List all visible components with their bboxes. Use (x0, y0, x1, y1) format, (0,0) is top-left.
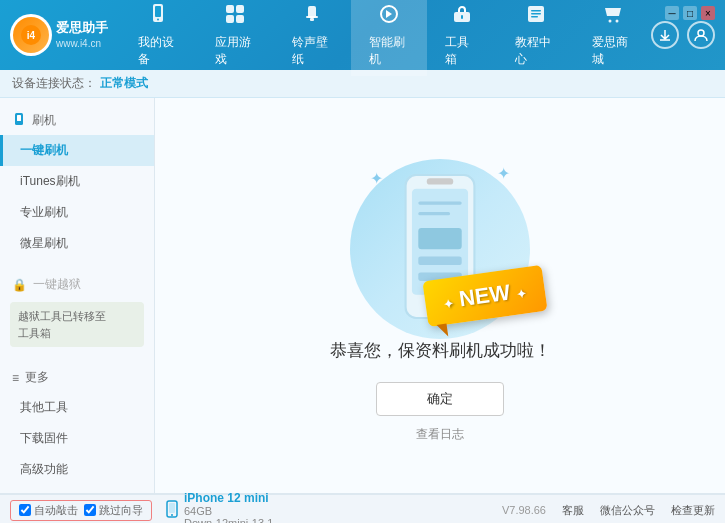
flash-section-label: 刷机 (32, 112, 56, 129)
bottom-left: 自动敲击 跳过向导 iPhone 12 mini 64GB Do (10, 491, 496, 523)
svg-point-21 (698, 30, 704, 36)
close-button[interactable]: × (701, 6, 715, 20)
confirm-button[interactable]: 确定 (376, 382, 504, 416)
sparkle-1: ✦ (370, 169, 383, 188)
svg-text:i4: i4 (27, 30, 36, 41)
nav-my-device-label: 我的设备 (138, 34, 179, 68)
svg-rect-10 (306, 16, 318, 18)
svg-point-19 (608, 19, 611, 22)
nav-my-device[interactable]: 我的设备 (120, 0, 197, 76)
sidebar-jailbreak-section: 🔒 一键越狱 (0, 271, 154, 298)
nav-apps-icon (224, 3, 246, 30)
svg-rect-14 (461, 15, 463, 19)
success-illustration: ✦ ✦ ✦ (340, 149, 540, 339)
bottom-right: V7.98.66 客服 微信公众号 检查更新 (502, 503, 715, 518)
svg-rect-17 (531, 13, 541, 15)
svg-rect-5 (226, 5, 234, 13)
header: i4 爱思助手 www.i4.cn 我的设备 应用游戏 (0, 0, 725, 70)
nav-ringtones-label: 铃声壁纸 (292, 34, 333, 68)
header-right (651, 21, 715, 49)
svg-rect-34 (169, 503, 175, 513)
wechat-public-link[interactable]: 微信公众号 (600, 503, 655, 518)
nav-tutorial-icon (525, 3, 547, 30)
svg-rect-11 (310, 18, 314, 21)
bottom-section: 自动敲击 跳过向导 iPhone 12 mini 64GB Do (0, 493, 725, 523)
svg-rect-23 (17, 115, 21, 121)
nav-toolbox-icon (451, 3, 473, 30)
nav-ringtones[interactable]: 铃声壁纸 (274, 0, 351, 76)
logo-text: 爱思助手 www.i4.cn (56, 20, 108, 50)
version-text: V7.98.66 (502, 504, 546, 516)
svg-rect-8 (236, 15, 244, 23)
svg-point-20 (615, 19, 618, 22)
check-update-link[interactable]: 检查更新 (671, 503, 715, 518)
sidebar-item-one-click-flash[interactable]: 一键刷机 (0, 135, 154, 166)
svg-rect-16 (531, 10, 541, 12)
svg-rect-3 (155, 6, 161, 17)
logo-icon: i4 (13, 17, 49, 53)
nav-ringtones-icon (301, 3, 323, 30)
success-text: 恭喜您，保资料刷机成功啦！ (330, 339, 551, 362)
checkbox-group: 自动敲击 跳过向导 (10, 500, 152, 521)
nav-apps-label: 应用游戏 (215, 34, 256, 68)
jailbreak-notice: 越狱工具已转移至工具箱 (10, 302, 144, 347)
checkbox-auto-click[interactable]: 自动敲击 (19, 503, 78, 518)
content-area: ✦ ✦ ✦ (155, 98, 725, 493)
nav-store[interactable]: 爱思商城 (574, 0, 651, 76)
nav-toolbox[interactable]: 工具箱 (427, 0, 497, 76)
nav-items: 我的设备 应用游戏 铃声壁纸 智能刷机 (120, 0, 651, 76)
nav-tutorial[interactable]: 教程中心 (497, 0, 574, 76)
sidebar-item-other-tools[interactable]: 其他工具 (0, 392, 154, 423)
more-section-label: 更多 (25, 369, 49, 386)
skip-guide-label: 跳过向导 (99, 503, 143, 518)
more-section-icon: ≡ (12, 371, 19, 385)
device-details: iPhone 12 mini 64GB Down-12mini-13,1 (184, 491, 273, 523)
nav-smart-flash[interactable]: 智能刷机 (351, 0, 428, 76)
device-info: iPhone 12 mini 64GB Down-12mini-13,1 (166, 491, 273, 523)
sidebar: 刷机 一键刷机 iTunes刷机 专业刷机 微星刷机 🔒 一键越狱 越狱工具已转… (0, 98, 155, 493)
sidebar-item-pro-flash[interactable]: 专业刷机 (0, 197, 154, 228)
nav-apps-games[interactable]: 应用游戏 (197, 0, 274, 76)
view-log-link[interactable]: 查看日志 (416, 426, 464, 443)
status-value: 正常模式 (100, 75, 148, 92)
nav-my-device-icon (147, 3, 169, 30)
device-storage: 64GB (184, 505, 273, 517)
main-layout: 刷机 一键刷机 iTunes刷机 专业刷机 微星刷机 🔒 一键越狱 越狱工具已转… (0, 98, 725, 493)
nav-store-label: 爱思商城 (592, 34, 633, 68)
svg-rect-29 (418, 212, 450, 215)
sidebar-item-star-flash[interactable]: 微星刷机 (0, 228, 154, 259)
svg-rect-31 (418, 256, 461, 264)
svg-rect-18 (531, 16, 538, 18)
sidebar-item-download-firmware[interactable]: 下载固件 (0, 423, 154, 454)
device-bar: 自动敲击 跳过向导 iPhone 12 mini 64GB Do (0, 494, 725, 523)
checkbox-skip-guide[interactable]: 跳过向导 (84, 503, 143, 518)
minimize-button[interactable]: ─ (665, 6, 679, 20)
logo-circle: i4 (10, 14, 52, 56)
download-button[interactable] (651, 21, 679, 49)
maximize-button[interactable]: □ (683, 6, 697, 20)
auto-click-checkbox[interactable] (19, 504, 31, 516)
sidebar-section-more: ≡ 更多 (0, 363, 154, 392)
svg-rect-26 (427, 178, 453, 184)
sidebar-item-itunes-flash[interactable]: iTunes刷机 (0, 166, 154, 197)
status-label: 设备连接状态： (12, 75, 96, 92)
svg-rect-30 (418, 227, 461, 248)
sidebar-item-advanced[interactable]: 高级功能 (0, 454, 154, 485)
nav-tutorial-label: 教程中心 (515, 34, 556, 68)
nav-smart-flash-icon (378, 3, 400, 30)
user-button[interactable] (687, 21, 715, 49)
lock-icon: 🔒 (12, 278, 27, 292)
phone-small-icon (166, 500, 178, 520)
skip-guide-checkbox[interactable] (84, 504, 96, 516)
nav-toolbox-label: 工具箱 (445, 34, 479, 68)
nav-store-icon (602, 3, 624, 30)
svg-point-35 (171, 514, 173, 516)
nav-smart-flash-label: 智能刷机 (369, 34, 410, 68)
auto-click-label: 自动敲击 (34, 503, 78, 518)
svg-rect-7 (226, 15, 234, 23)
logo-area: i4 爱思助手 www.i4.cn (10, 14, 120, 56)
device-system: Down-12mini-13,1 (184, 517, 273, 523)
device-name: iPhone 12 mini (184, 491, 273, 505)
flash-section-icon (12, 112, 26, 129)
customer-service-link[interactable]: 客服 (562, 503, 584, 518)
